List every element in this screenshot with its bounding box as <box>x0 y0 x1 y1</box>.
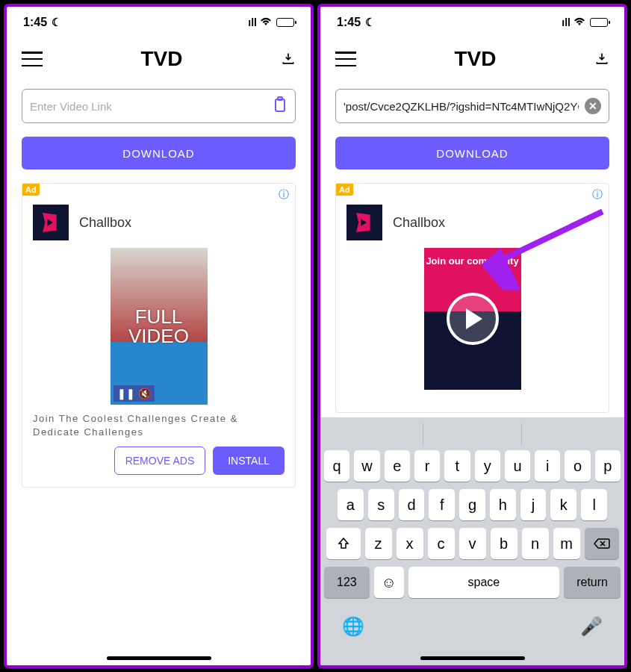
ad-media[interactable]: FULL VIDEO ❚❚ 🔇 <box>111 248 208 405</box>
key-b[interactable]: b <box>491 528 517 559</box>
key-h[interactable]: h <box>490 489 516 520</box>
key-z[interactable]: z <box>365 528 392 559</box>
key-space[interactable]: space <box>408 567 559 598</box>
key-emoji[interactable]: ☺ <box>374 567 404 598</box>
key-y[interactable]: y <box>475 450 500 482</box>
battery-icon <box>590 18 608 27</box>
app-toolbar: TVD <box>7 34 311 77</box>
key-r[interactable]: r <box>414 450 440 482</box>
key-u[interactable]: u <box>505 450 530 482</box>
key-l[interactable]: l <box>581 489 607 520</box>
keyboard-row-2: a s d f g h j k l <box>324 489 621 520</box>
svg-rect-0 <box>276 99 285 111</box>
key-numeric[interactable]: 123 <box>324 567 370 598</box>
link-input-wrap[interactable]: ✕ <box>335 89 609 123</box>
keyboard-row-3: z x c v b n m <box>324 528 621 559</box>
key-f[interactable]: f <box>429 489 455 520</box>
key-j[interactable]: j <box>520 489 547 520</box>
key-g[interactable]: g <box>459 489 485 520</box>
ad-media-video[interactable]: Join our community <box>424 248 521 390</box>
key-x[interactable]: x <box>397 528 423 559</box>
do-not-disturb-icon <box>50 16 61 29</box>
key-d[interactable]: d <box>399 489 425 520</box>
phone-screen-2: 1:45 TVD ✕ DOWNLOAD Ad ⓘ Challb <box>317 4 627 668</box>
cellular-signal-icon <box>248 16 257 29</box>
key-s[interactable]: s <box>368 489 394 520</box>
ad-card: Ad ⓘ Challbox Join our community <box>335 183 609 413</box>
status-time: 1:45 <box>23 16 47 29</box>
downloads-icon[interactable] <box>281 52 296 66</box>
home-indicator[interactable] <box>420 656 525 660</box>
key-v[interactable]: v <box>459 528 486 559</box>
keyboard[interactable]: q w e r t y u i o p a s d f g h j k l z <box>320 417 624 665</box>
play-icon[interactable] <box>447 293 499 345</box>
key-return[interactable]: return <box>564 567 621 598</box>
menu-icon[interactable] <box>335 52 356 66</box>
ad-badge: Ad <box>336 184 353 196</box>
phone-screen-1: 1:45 TVD DOWNLOAD Ad ⓘ <box>4 4 314 668</box>
ad-info-icon[interactable]: ⓘ <box>592 188 603 202</box>
app-title: TVD <box>455 47 497 71</box>
app-toolbar: TVD <box>320 34 624 77</box>
keyboard-row-4: 123 ☺ space return <box>324 567 621 598</box>
do-not-disturb-icon <box>364 16 375 29</box>
globe-icon[interactable]: 🌐 <box>342 616 364 637</box>
download-button[interactable]: DOWNLOAD <box>335 137 609 169</box>
key-backspace[interactable] <box>585 528 619 559</box>
ad-description: Join The Coolest Challenges Create & Ded… <box>33 412 285 439</box>
key-n[interactable]: n <box>522 528 549 559</box>
key-w[interactable]: w <box>354 450 379 482</box>
key-q[interactable]: q <box>324 450 349 482</box>
ad-media2-text: Join our community <box>426 255 518 267</box>
keyboard-suggestions[interactable] <box>324 423 621 446</box>
key-o[interactable]: o <box>565 450 590 482</box>
ad-title: Challbox <box>393 215 445 231</box>
ad-logo <box>346 205 382 240</box>
wifi-icon <box>574 16 585 29</box>
status-time: 1:45 <box>337 16 361 29</box>
key-e[interactable]: e <box>385 450 410 482</box>
key-t[interactable]: t <box>444 450 470 482</box>
link-input-wrap[interactable] <box>22 89 296 123</box>
key-k[interactable]: k <box>550 489 576 520</box>
ad-overlay-line1: FULL <box>128 307 189 326</box>
status-bar: 1:45 <box>7 7 311 34</box>
download-button[interactable]: DOWNLOAD <box>22 137 296 169</box>
ad-title: Challbox <box>79 215 131 231</box>
key-m[interactable]: m <box>553 528 580 559</box>
clear-input-icon[interactable]: ✕ <box>585 98 601 114</box>
menu-icon[interactable] <box>22 52 43 66</box>
status-bar: 1:45 <box>320 7 624 34</box>
link-input[interactable] <box>344 100 579 113</box>
keyboard-row-1: q w e r t y u i o p <box>324 450 621 482</box>
cellular-signal-icon <box>562 16 571 29</box>
key-shift[interactable] <box>326 528 361 559</box>
ad-info-icon[interactable]: ⓘ <box>279 188 289 202</box>
key-i[interactable]: i <box>535 450 560 482</box>
key-c[interactable]: c <box>428 528 455 559</box>
wifi-icon <box>260 16 272 29</box>
ad-logo <box>33 205 69 240</box>
mic-icon[interactable]: 🎤 <box>580 616 603 637</box>
ad-card: Ad ⓘ Challbox FULL VIDEO ❚❚ 🔇 Join The C… <box>22 183 296 488</box>
remove-ads-button[interactable]: REMOVE ADS <box>114 447 206 475</box>
ad-badge: Ad <box>22 184 40 196</box>
app-title: TVD <box>141 47 183 71</box>
mute-icon[interactable]: 🔇 <box>138 388 151 399</box>
key-a[interactable]: a <box>338 489 364 520</box>
install-button[interactable]: INSTALL <box>213 447 285 475</box>
downloads-icon[interactable] <box>594 52 609 66</box>
key-p[interactable]: p <box>595 450 621 482</box>
link-input[interactable] <box>30 100 267 113</box>
home-indicator[interactable] <box>107 656 211 660</box>
battery-icon <box>276 18 294 27</box>
ad-overlay-line2: VIDEO <box>128 326 189 346</box>
pause-icon[interactable]: ❚❚ <box>117 388 135 399</box>
paste-icon[interactable] <box>273 96 287 116</box>
